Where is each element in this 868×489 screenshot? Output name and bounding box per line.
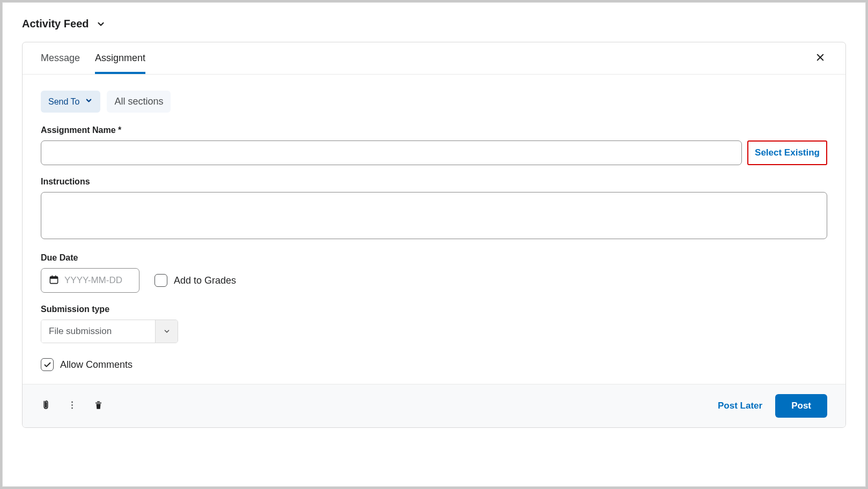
post-later-button[interactable]: Post Later: [718, 401, 762, 411]
send-to-label: Send To: [48, 97, 79, 107]
chevron-down-icon: [155, 320, 178, 343]
select-existing-button[interactable]: Select Existing: [747, 140, 827, 165]
instructions-label: Instructions: [41, 177, 827, 187]
svg-rect-9: [95, 402, 101, 403]
select-existing-label: Select Existing: [755, 147, 820, 158]
submission-type-label: Submission type: [41, 305, 827, 314]
calendar-icon: [49, 275, 59, 287]
allow-comments-checkbox[interactable]: [41, 358, 54, 371]
post-button[interactable]: Post: [775, 394, 827, 418]
close-button[interactable]: [813, 50, 827, 66]
instructions-input[interactable]: [41, 192, 827, 239]
due-date-input[interactable]: [41, 268, 139, 293]
allow-comments-label: Allow Comments: [60, 359, 133, 371]
add-to-grades-label: Add to Grades: [174, 275, 236, 286]
tab-message[interactable]: Message: [41, 42, 80, 74]
assignment-name-input[interactable]: [41, 140, 742, 165]
svg-point-8: [71, 407, 73, 409]
due-date-label: Due Date: [41, 253, 827, 263]
attachment-icon: [41, 400, 51, 412]
send-to-button[interactable]: Send To: [41, 91, 100, 113]
tab-assignment[interactable]: Assignment: [95, 42, 145, 74]
svg-point-7: [71, 404, 73, 406]
recipient-chip-all-sections[interactable]: All sections: [107, 91, 171, 113]
svg-rect-3: [50, 276, 57, 278]
submission-type-value: File submission: [41, 320, 155, 343]
attach-button[interactable]: [41, 400, 51, 412]
add-to-grades-checkbox[interactable]: [155, 274, 167, 287]
submission-type-select[interactable]: File submission: [41, 320, 178, 343]
more-actions-button[interactable]: [67, 400, 77, 412]
page-title: Activity Feed: [22, 18, 89, 30]
delete-button[interactable]: [93, 400, 104, 412]
due-date-field[interactable]: [64, 275, 131, 286]
trash-icon: [93, 400, 104, 412]
chevron-down-icon: [85, 97, 93, 107]
more-vertical-icon: [67, 400, 77, 412]
assignment-panel: Message Assignment Send To: [22, 42, 846, 428]
chevron-down-icon[interactable]: [96, 19, 106, 29]
close-icon: [815, 53, 825, 64]
svg-rect-10: [97, 401, 100, 402]
svg-point-6: [71, 401, 73, 403]
assignment-name-label: Assignment Name *: [41, 125, 827, 135]
